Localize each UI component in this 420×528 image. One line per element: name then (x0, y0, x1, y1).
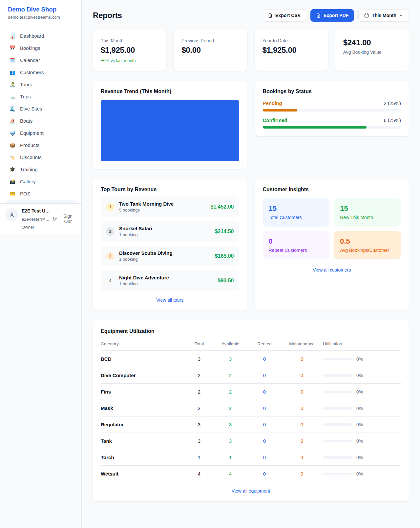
avatar (5, 208, 18, 221)
tile-value: 15 (340, 204, 395, 213)
equipment-category: Fins (101, 384, 186, 400)
view-all-tours-link[interactable]: View all tours (101, 297, 239, 303)
equipment-category: Wetsuit (101, 466, 186, 482)
sidebar-item-discounts[interactable]: 🏷️Discounts (5, 151, 76, 163)
equipment-row: Dive Computer22000% (101, 367, 401, 384)
user-icon (9, 212, 15, 218)
revenue-trend-card: Revenue Trend (This Month) (93, 81, 247, 169)
top-tours-card: Top Tours by Revenue 1 Two Tank Morning … (93, 179, 247, 311)
equipment-rented: 0 (248, 400, 281, 416)
equipment-total: 1 (186, 449, 213, 466)
equipment-row: Torch11000% (101, 449, 401, 466)
user-role: Owner (22, 225, 76, 230)
stat-label: Previous Period (181, 38, 239, 43)
equipment-utilization: 0% (323, 449, 401, 466)
sidebar-item-bookings[interactable]: 📅Bookings (5, 42, 76, 54)
revenue-trend-title: Revenue Trend (This Month) (101, 89, 239, 94)
file-download-icon (268, 13, 273, 18)
sidebar-item-equipment[interactable]: 🤿Equipment (5, 127, 76, 139)
period-label: This Month (372, 13, 396, 18)
tour-bookings: 1 booking (119, 232, 210, 237)
sidebar-item-customers[interactable]: 👥Customers (5, 66, 76, 78)
sidebar-item-dashboard[interactable]: 📊Dashboard (5, 30, 76, 42)
progress-fill (263, 126, 367, 129)
sidebar-item-tours[interactable]: 🏝️Tours (5, 78, 76, 91)
equipment-maintenance: 0 (281, 416, 323, 433)
export-csv-button[interactable]: Export CSV (262, 9, 306, 22)
utilization-percent: 0% (356, 406, 363, 411)
sidebar-item-calendar[interactable]: 🗓️Calendar (5, 54, 76, 66)
equipment-maintenance: 0 (281, 400, 323, 416)
tour-revenue: $165.00 (215, 253, 234, 259)
revenue-trend-bar (101, 100, 239, 161)
calendar-icon: 🗓️ (9, 58, 16, 63)
tour-row[interactable]: 3 Discover Scuba Diving1 booking $165.00 (101, 246, 239, 266)
sidebar-item-pos[interactable]: 💳POS (5, 188, 76, 200)
sidebar-item-boats[interactable]: ⛵Boats (5, 115, 76, 127)
main-content: Reports Export CSV Export PDF (82, 0, 420, 528)
tile-value: 15 (269, 204, 324, 213)
period-select[interactable]: This Month (358, 9, 409, 22)
stat-value: $241.00 (343, 38, 401, 47)
utilization-percent: 0% (356, 455, 363, 460)
sidebar-item-training[interactable]: 🎓Training (5, 163, 76, 175)
equipment-table: Category Total Available Rented Maintena… (101, 339, 401, 482)
sidebar-item-products[interactable]: 📦Products (5, 139, 76, 151)
page-title: Reports (93, 11, 122, 20)
export-pdf-button[interactable]: Export PDF (310, 9, 354, 22)
sidebar-item-label: Training (20, 167, 38, 172)
sidebar-item-dive-sites[interactable]: 🌊Dive Sites (5, 103, 76, 115)
tour-row[interactable]: 1 Two Tank Morning Dive5 bookings $1,452… (101, 196, 239, 217)
utilization-percent: 0% (356, 471, 363, 477)
sidebar-item-label: Dashboard (20, 33, 44, 39)
sidebar-header: Demo Dive Shop demo.test.divestreams.com (0, 0, 81, 25)
sign-out-button[interactable]: Sign Out (53, 213, 76, 224)
view-all-customers-link[interactable]: View all customers (263, 267, 401, 273)
utilization-percent: 0% (356, 356, 363, 362)
tour-bookings: 1 booking (119, 257, 210, 262)
tile-label: Avg Bookings/Customer (340, 248, 395, 253)
rank-badge: 2 (106, 227, 115, 236)
equipment-maintenance: 0 (281, 367, 323, 384)
page-header: Reports Export CSV Export PDF (93, 9, 409, 22)
utilization-track (323, 391, 352, 393)
utilization-track (323, 358, 352, 360)
tile-repeat-customers: 0 Repeat Customers (263, 231, 330, 259)
equipment-category: Mask (101, 400, 186, 416)
utilization-track (323, 423, 352, 426)
sign-out-icon (53, 216, 58, 221)
stat-value: $1,925.00 (262, 46, 320, 55)
tile-value: 0.5 (340, 237, 395, 246)
sidebar-item-label: Equipment (20, 130, 44, 136)
equipment-total: 4 (186, 466, 213, 482)
utilization-percent: 0% (356, 438, 363, 444)
sidebar-item-gallery[interactable]: 📸Gallery (5, 175, 76, 188)
view-all-equipment-link[interactable]: View all equipment (101, 488, 401, 494)
sidebar-item-label: Discounts (20, 154, 42, 160)
sidebar-item-label: Dive Sites (20, 106, 42, 112)
equipment-row: Wetsuit44000% (101, 466, 401, 482)
sidebar-item-label: Customers (20, 70, 44, 75)
stat-delta: +0% vs last month (101, 58, 158, 63)
equipment-maintenance: 0 (281, 433, 323, 449)
equipment-row: BCD33000% (101, 351, 401, 367)
sidebar-item-label: Gallery (20, 179, 36, 184)
rank-badge: 3 (106, 252, 115, 260)
customers-icon: 👥 (9, 70, 16, 75)
equipment-category: Tank (101, 433, 186, 449)
utilization-track (323, 473, 352, 475)
sidebar-item-label: POS (20, 191, 31, 196)
equipment-maintenance: 0 (281, 384, 323, 400)
tour-row[interactable]: 4 Night Dive Adventure1 booking $93.50 (101, 270, 239, 291)
equipment-available: 1 (213, 449, 248, 466)
stat-label: Year to Date (262, 38, 320, 43)
equipment-total: 2 (186, 367, 213, 384)
sidebar-item-trips[interactable]: 🛥️Trips (5, 91, 76, 103)
tile-label: Total Customers (269, 215, 324, 220)
equipment-icon: 🤿 (9, 131, 16, 135)
utilization-track (323, 456, 352, 459)
export-pdf-label: Export PDF (324, 13, 348, 18)
tour-row[interactable]: 2 Snorkel Safari1 booking $214.50 (101, 221, 239, 242)
insight-tiles: 15 Total Customers 15 New This Month 0 R… (263, 198, 401, 259)
sidebar-item-reports-partial[interactable] (5, 200, 76, 203)
